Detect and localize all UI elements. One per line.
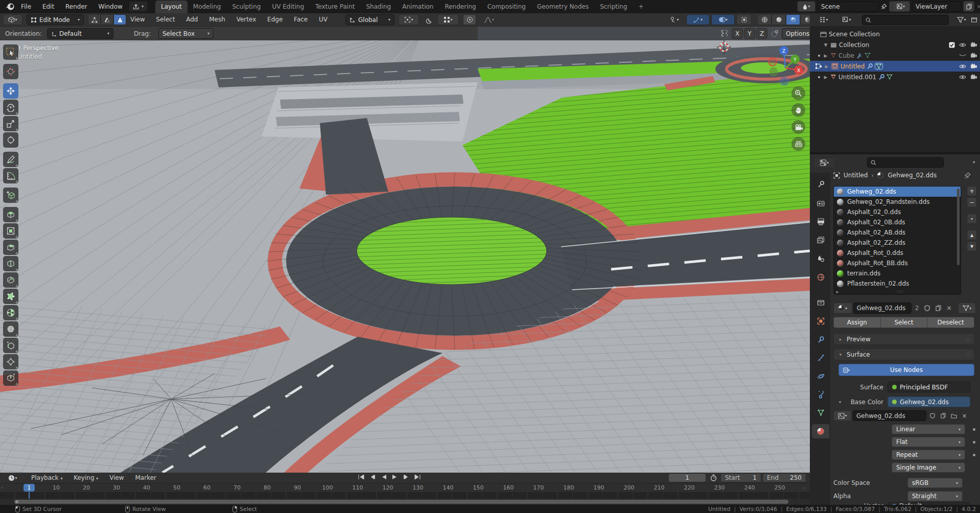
shading-wireframe-button[interactable] <box>757 14 772 25</box>
image-name-field[interactable]: Gehweg_02.dds <box>853 410 926 421</box>
tab-scene[interactable] <box>812 251 829 266</box>
shading-solid-button[interactable] <box>772 14 786 25</box>
projection-dropdown[interactable]: Flat▾ <box>892 437 965 447</box>
tool-cursor[interactable] <box>3 64 18 79</box>
drag-value-dropdown[interactable]: Select Box▾ <box>158 28 214 39</box>
tool-rotate[interactable] <box>3 100 18 115</box>
tool-move[interactable] <box>3 83 18 99</box>
menu-face[interactable]: Face <box>289 13 312 26</box>
timeline-scrollbar[interactable] <box>0 499 810 505</box>
start-frame-field[interactable]: Start1 <box>720 473 761 482</box>
play-icon[interactable] <box>392 474 398 480</box>
prev-keyframe-icon[interactable] <box>369 474 376 480</box>
material-slot[interactable]: terrain.dds <box>834 268 961 278</box>
tool-scale[interactable] <box>3 116 18 131</box>
menu-edit[interactable]: Edit <box>38 0 59 13</box>
viewlayer-name-field[interactable]: ViewLayer <box>912 2 961 12</box>
tab-collection-props[interactable] <box>812 295 829 310</box>
image-copy-button[interactable] <box>938 410 948 421</box>
deselect-button[interactable]: Deselect <box>927 317 974 328</box>
tab-modeling[interactable]: Modeling <box>188 1 227 13</box>
slot-move-down-button[interactable]: ▼ <box>967 241 977 251</box>
tab-compositing[interactable]: Compositing <box>482 1 531 13</box>
properties-editor-type[interactable]: ▾ <box>813 157 835 168</box>
menu-keying[interactable]: Keying ▾ <box>69 473 103 484</box>
decorator-dot[interactable] <box>973 454 975 456</box>
tool-poly-build[interactable] <box>3 289 18 304</box>
tool-knife[interactable] <box>3 272 18 288</box>
color-space-dropdown[interactable]: sRGB▾ <box>907 478 963 488</box>
menu-file[interactable]: File <box>16 0 36 13</box>
menu-uv[interactable]: UV <box>314 13 332 26</box>
tab-geometry-nodes[interactable]: Geometry Nodes <box>531 1 594 13</box>
menu-mesh[interactable]: Mesh <box>204 13 230 26</box>
unlink-material-button[interactable]: × <box>944 302 954 314</box>
material-slot[interactable]: Asphalt_02_AB.dds <box>834 227 961 238</box>
visibility-dropdown[interactable]: ▾ <box>664 14 685 25</box>
menu-add[interactable]: Add <box>181 13 202 26</box>
current-frame-field[interactable]: 1 <box>668 473 706 482</box>
tool-smooth[interactable] <box>3 321 18 337</box>
tool-spin[interactable] <box>3 305 18 320</box>
properties-options-chevron[interactable]: ▾ <box>973 160 975 165</box>
node-filter-button[interactable]: ▾ <box>958 302 976 314</box>
tool-annotate[interactable] <box>3 152 18 167</box>
material-browse-button[interactable]: ▾ <box>833 302 852 314</box>
tab-material[interactable] <box>812 424 829 438</box>
pivot-point-button[interactable]: ▾ <box>399 14 419 25</box>
render-camera-icon[interactable] <box>970 42 977 48</box>
hide-eye-icon[interactable] <box>959 42 966 48</box>
material-slot[interactable]: Asphalt_02_ZZ.dds <box>834 238 961 248</box>
mirror-y-button[interactable]: Y <box>744 28 755 39</box>
outliner-row-untitled-001[interactable]: ▶ Untitled.001 <box>810 72 980 82</box>
menu-playback[interactable]: Playback ▾ <box>27 473 67 484</box>
playhead[interactable]: 1 <box>24 484 35 492</box>
tab-object[interactable] <box>812 314 829 328</box>
tool-loop-cut[interactable] <box>3 256 18 271</box>
untitled-expand-arrow[interactable]: ▶ <box>824 64 829 69</box>
orientation-dropdown[interactable]: Global▾ <box>345 14 394 25</box>
outliner-filter-button[interactable]: ▾ <box>953 14 970 25</box>
add-slot-button[interactable]: + <box>967 186 977 196</box>
menu-select[interactable]: Select <box>151 13 179 26</box>
material-slot[interactable]: Pflasterstein_02.dds <box>834 278 961 289</box>
tab-modifiers[interactable] <box>812 332 829 346</box>
tab-sculpting[interactable]: Sculpting <box>226 1 266 13</box>
material-users-count[interactable]: 2 <box>913 302 921 314</box>
remove-slot-button[interactable]: − <box>967 197 977 207</box>
tab-tool[interactable] <box>812 177 829 191</box>
tool-shrink-fatten[interactable] <box>3 354 18 369</box>
tool-add-cube[interactable] <box>3 188 18 203</box>
menu-marker[interactable]: Marker <box>131 473 161 483</box>
scene-type-button[interactable]: ▾ <box>797 1 815 12</box>
tool-measure[interactable] <box>3 168 18 183</box>
menu-view[interactable]: View <box>105 473 128 483</box>
jump-to-start-icon[interactable] <box>358 474 364 480</box>
material-slot[interactable]: Gehweg_02_Randstein.dds <box>834 197 961 207</box>
base-color-field[interactable]: Gehweg_02.dds <box>888 397 970 407</box>
use-nodes-button[interactable]: Use Nodes <box>838 364 974 376</box>
surface-panel-header[interactable]: ▾Surface∷ <box>833 348 974 360</box>
menu-view[interactable]: View <box>126 13 149 26</box>
outliner-row-untitled[interactable]: ▶ Untitled <box>810 61 980 72</box>
menu-window[interactable]: Window <box>94 0 127 13</box>
scene-name-field[interactable]: Scene <box>818 2 879 12</box>
tab-texture-paint[interactable]: Texture Paint <box>310 1 360 13</box>
timeline-expand-arrow[interactable]: › <box>1 485 3 490</box>
gizmo-z-neg[interactable] <box>780 77 788 85</box>
viewport-canvas[interactable]: Z Y X ‹ <box>0 40 810 473</box>
pan-button[interactable] <box>791 103 805 117</box>
eye-open-icon[interactable] <box>959 64 966 69</box>
mirror-z-button[interactable]: Z <box>756 28 767 39</box>
tool-extrude-region[interactable] <box>3 207 18 222</box>
edge-select-button[interactable] <box>101 14 113 25</box>
tab-world[interactable] <box>812 270 829 284</box>
outliner-filter-dropdown[interactable]: ▾ <box>836 14 857 25</box>
list-grip[interactable]: ∷∷ <box>897 289 903 294</box>
image-browse-button[interactable]: ▾ <box>833 410 852 421</box>
blender-logo-icon[interactable] <box>5 2 15 11</box>
jump-to-end-icon[interactable] <box>414 474 421 480</box>
overlays-toggle[interactable]: ▾ <box>711 14 735 25</box>
decorator-dot[interactable] <box>973 428 975 431</box>
slot-list-scrollbar[interactable] <box>957 189 960 265</box>
